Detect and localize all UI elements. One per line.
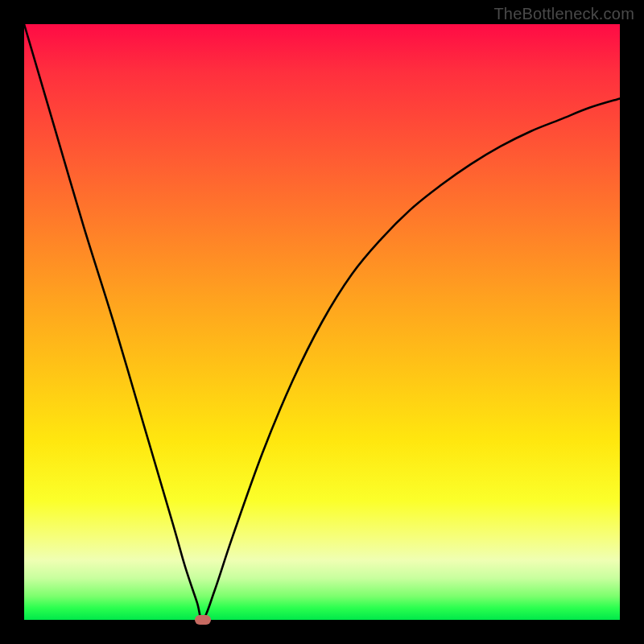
watermark-text: TheBottleneck.com [493, 5, 634, 23]
bottleneck-curve [24, 24, 620, 620]
chart-frame [24, 24, 620, 620]
optimum-marker [195, 615, 211, 625]
